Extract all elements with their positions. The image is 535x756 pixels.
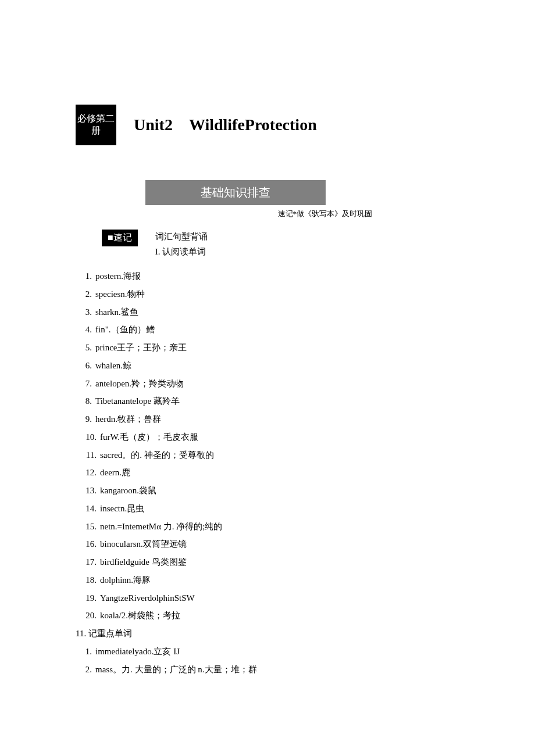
vocab-text: deern.鹿 — [100, 464, 130, 482]
list-item: 19.YangtzeRiverdolphinStSW — [76, 589, 459, 607]
suji-line2: I. 认阅读单词 — [155, 245, 208, 260]
vocab-text: sharkn.鲨鱼 — [95, 303, 138, 321]
vocab-text: birdfieldguide 鸟类图鉴 — [100, 553, 187, 571]
suji-line1: 词汇句型背诵 — [155, 230, 208, 245]
list-item: 17.birdfieldguide 鸟类图鉴 — [76, 553, 459, 571]
list-item: 11.sacred。的. 神圣的；受尊敬的 — [76, 446, 459, 464]
vocab-text: netn.=IntemetMα 力. 净得的;纯的 — [100, 518, 222, 536]
list-item: 5.prince王子；王孙；亲王 — [76, 339, 459, 357]
header: 必修第二册 Unit2 WildlifeProtection — [76, 105, 459, 145]
vocab-text: binocularsn.双筒望远镜 — [100, 535, 187, 553]
list-item: 2.speciesn.物种 — [76, 285, 459, 303]
vocab-text: koala/2.树袋熊；考拉 — [100, 607, 180, 625]
vocab-text: dolphinn.海豚 — [100, 571, 151, 589]
list-item: 4.fin".（鱼的）鳍 — [76, 321, 459, 339]
list-item: 1.immediatelyado.立亥 IJ — [76, 643, 459, 661]
vocab-text: YangtzeRiverdolphinStSW — [100, 589, 195, 607]
vocab-list-2: 1.immediatelyado.立亥 IJ 2.mass。力. 大量的；广泛的… — [76, 643, 459, 679]
vocab-text: antelopen.羚；羚类动物 — [95, 375, 184, 393]
list-item: 20.koala/2.树袋熊；考拉 — [76, 607, 459, 625]
vocab-text: sacred。的. 神圣的；受尊敬的 — [100, 446, 214, 464]
section-2-header: 11. 记重点单词 — [76, 625, 459, 643]
vocab-text: mass。力. 大量的；广泛的 n.大量；堆；群 — [95, 661, 257, 679]
list-item: 14.insectn.昆虫 — [76, 500, 459, 518]
vocab-text: insectn.昆虫 — [100, 500, 144, 518]
vocab-text: whalen.鲸 — [95, 357, 131, 375]
suji-box: ■速记 — [102, 230, 138, 246]
suji-row: ■速记 词汇句型背诵 I. 认阅读单词 — [102, 230, 459, 259]
list-item: 10.furW.毛（皮）；毛皮衣服 — [76, 428, 459, 446]
vocab-text: postern.海报 — [95, 267, 141, 285]
vocab-text: kangaroon.袋鼠 — [100, 482, 156, 500]
list-item: 2.mass。力. 大量的；广泛的 n.大量；堆；群 — [76, 661, 459, 679]
suji-text: 词汇句型背诵 I. 认阅读单词 — [155, 230, 208, 259]
vocab-text: immediatelyado.立亥 IJ — [95, 643, 180, 661]
vocab-text: Tibetanantelope 藏羚羊 — [95, 392, 180, 410]
vocab-text: prince王子；王孙；亲王 — [95, 339, 187, 357]
vocab-list-1: 1.postern.海报 2.speciesn.物种 3.sharkn.鲨鱼 4… — [76, 267, 459, 625]
list-item: 18.dolphinn.海豚 — [76, 571, 459, 589]
list-item: 13.kangaroon.袋鼠 — [76, 482, 459, 500]
list-item: 1.postern.海报 — [76, 267, 459, 285]
unit-title: Unit2 WildlifeProtection — [134, 114, 317, 136]
list-item: 7.antelopen.羚；羚类动物 — [76, 375, 459, 393]
vocab-text: herdn.牧群；兽群 — [95, 410, 161, 428]
book-label-box: 必修第二册 — [76, 105, 116, 145]
vocab-text: furW.毛（皮）；毛皮衣服 — [100, 428, 198, 446]
list-item: 8.Tibetanantelope 藏羚羊 — [76, 392, 459, 410]
list-item: 9.herdn.牧群；兽群 — [76, 410, 459, 428]
list-item: 3.sharkn.鲨鱼 — [76, 303, 459, 321]
subtitle: 速记*做《驮写本》及时巩固 — [76, 209, 459, 219]
section-banner: 基础知识排查 — [145, 180, 326, 205]
list-item: 12.deern.鹿 — [76, 464, 459, 482]
vocab-text: speciesn.物种 — [95, 285, 145, 303]
list-item: 15.netn.=IntemetMα 力. 净得的;纯的 — [76, 518, 459, 536]
list-item: 6.whalen.鲸 — [76, 357, 459, 375]
list-item: 16.binocularsn.双筒望远镜 — [76, 535, 459, 553]
vocab-text: fin".（鱼的）鳍 — [95, 321, 155, 339]
